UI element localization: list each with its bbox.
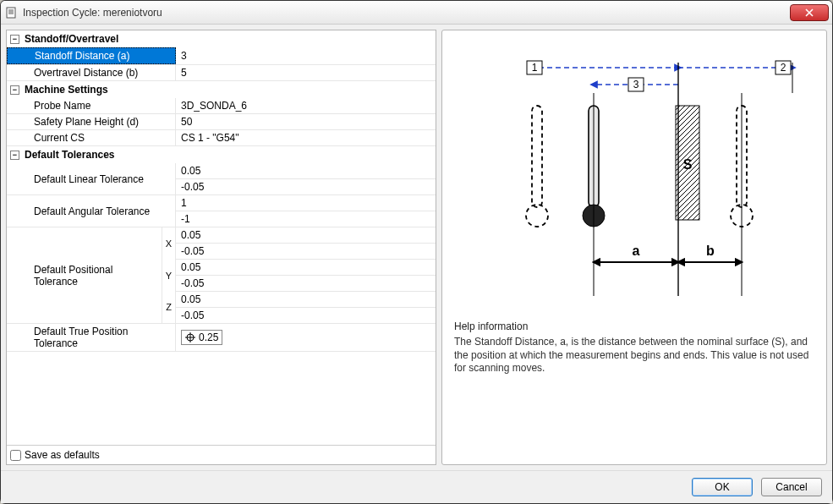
document-icon bbox=[4, 6, 18, 19]
overtravel-distance-value[interactable]: 5 bbox=[176, 65, 436, 80]
pos-x-upper[interactable]: 0.05 bbox=[176, 227, 436, 244]
diagram-marker-1: 1 bbox=[532, 62, 538, 74]
probe-name-value[interactable]: 3D_SONDA_6 bbox=[176, 98, 436, 113]
content-area: − Standoff/Overtravel Standoff Distance … bbox=[1, 25, 832, 470]
pos-x-lower[interactable]: -0.05 bbox=[176, 244, 436, 260]
help-title: Help information bbox=[454, 320, 814, 332]
true-position-value-text: 0.25 bbox=[199, 331, 218, 343]
safety-height-label: Safety Plane Height (d) bbox=[7, 114, 176, 129]
cancel-button[interactable]: Cancel bbox=[761, 478, 822, 496]
window-title: Inspection Cycle: mereniotvoru bbox=[23, 7, 790, 19]
true-position-value[interactable]: 0.25 bbox=[176, 324, 436, 351]
angular-tolerance-lower[interactable]: -1 bbox=[176, 211, 436, 227]
diagram-marker-2: 2 bbox=[781, 62, 786, 74]
group-standoff: − Standoff/Overtravel bbox=[7, 30, 436, 47]
row-overtravel-distance[interactable]: Overtravel Distance (b) 5 bbox=[7, 65, 436, 81]
row-standoff-distance[interactable]: Standoff Distance (a) 3 bbox=[7, 47, 436, 65]
close-button[interactable] bbox=[790, 4, 829, 21]
dialog-window: Inspection Cycle: mereniotvoru − Standof… bbox=[0, 0, 833, 504]
current-cs-label: Current CS bbox=[7, 130, 176, 145]
collapse-icon[interactable]: − bbox=[10, 35, 19, 44]
dialog-footer: OK Cancel bbox=[1, 470, 832, 503]
row-current-cs[interactable]: Current CS CS 1 - "G54" bbox=[7, 130, 436, 146]
group-tolerances-label: Default Tolerances bbox=[25, 149, 114, 161]
save-defaults-label: Save as defaults bbox=[25, 449, 100, 461]
true-position-label: Default True Position Tolerance bbox=[7, 324, 176, 351]
row-positional-tolerance[interactable]: Default Positional Tolerance X Y Z 0.05 … bbox=[7, 227, 436, 324]
axis-y-label: Y bbox=[162, 260, 175, 292]
group-tolerances: − Default Tolerances bbox=[7, 146, 436, 163]
row-true-position-tolerance[interactable]: Default True Position Tolerance 0.25 bbox=[7, 324, 436, 352]
property-grid: − Standoff/Overtravel Standoff Distance … bbox=[7, 30, 436, 445]
help-panel: 1 2 3 S bbox=[441, 30, 827, 465]
row-angular-tolerance[interactable]: Default Angular Tolerance 1 -1 bbox=[7, 195, 436, 227]
standoff-diagram: 1 2 3 S bbox=[454, 42, 814, 307]
standoff-distance-label: Standoff Distance (a) bbox=[7, 47, 176, 64]
overtravel-distance-label: Overtravel Distance (b) bbox=[7, 65, 176, 80]
diagram-b-label: b bbox=[706, 244, 715, 258]
positional-tolerance-label: Default Positional Tolerance bbox=[7, 227, 162, 323]
safety-height-value[interactable]: 50 bbox=[176, 114, 436, 129]
linear-tolerance-lower[interactable]: -0.05 bbox=[176, 179, 436, 194]
pos-z-upper[interactable]: 0.05 bbox=[176, 292, 436, 308]
row-probe-name[interactable]: Probe Name 3D_SONDA_6 bbox=[7, 98, 436, 114]
save-defaults-row: Save as defaults bbox=[7, 445, 436, 464]
linear-tolerance-label: Default Linear Tolerance bbox=[7, 163, 175, 194]
row-safety-height[interactable]: Safety Plane Height (d) 50 bbox=[7, 114, 436, 130]
row-linear-tolerance[interactable]: Default Linear Tolerance 0.05 -0.05 bbox=[7, 163, 436, 195]
ok-button[interactable]: OK bbox=[692, 478, 753, 496]
titlebar: Inspection Cycle: mereniotvoru bbox=[1, 1, 832, 25]
angular-tolerance-label: Default Angular Tolerance bbox=[7, 195, 175, 227]
svg-rect-0 bbox=[7, 8, 15, 18]
diagram-marker-3: 3 bbox=[633, 79, 639, 90]
pos-z-lower[interactable]: -0.05 bbox=[176, 308, 436, 323]
group-machine-label: Machine Settings bbox=[25, 84, 108, 96]
axis-x-label: X bbox=[162, 227, 175, 260]
axis-z-label: Z bbox=[162, 291, 175, 323]
help-text: The Standoff Distance, a, is the distanc… bbox=[454, 336, 814, 375]
probe-name-label: Probe Name bbox=[7, 98, 176, 113]
standoff-distance-value[interactable]: 3 bbox=[176, 47, 436, 64]
svg-rect-13 bbox=[532, 106, 542, 207]
true-position-icon bbox=[185, 332, 195, 342]
angular-tolerance-upper[interactable]: 1 bbox=[176, 195, 436, 211]
current-cs-value[interactable]: CS 1 - "G54" bbox=[176, 130, 436, 145]
pos-y-lower[interactable]: -0.05 bbox=[176, 276, 436, 292]
pos-y-upper[interactable]: 0.05 bbox=[176, 260, 436, 276]
property-panel: − Standoff/Overtravel Standoff Distance … bbox=[6, 30, 436, 465]
save-defaults-checkbox[interactable] bbox=[10, 450, 21, 461]
group-standoff-label: Standoff/Overtravel bbox=[25, 33, 118, 45]
collapse-icon[interactable]: − bbox=[10, 85, 19, 95]
collapse-icon[interactable]: − bbox=[10, 151, 19, 160]
diagram-a-label: a bbox=[633, 244, 640, 258]
diagram-surface-label: S bbox=[683, 157, 693, 172]
linear-tolerance-upper[interactable]: 0.05 bbox=[176, 163, 436, 179]
group-machine: − Machine Settings bbox=[7, 81, 436, 98]
